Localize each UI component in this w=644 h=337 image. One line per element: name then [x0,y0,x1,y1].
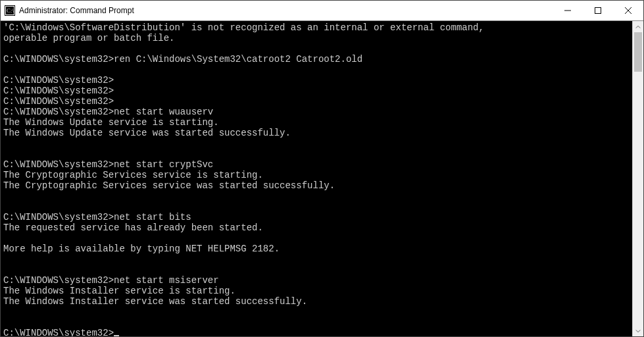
cursor [114,335,119,336]
svg-text:C:\: C:\ [7,7,14,14]
console-line [3,43,630,54]
console-line [3,254,630,265]
console-line: The Cryptographic Services service was s… [3,180,630,191]
window-title: Administrator: Command Prompt [19,6,134,15]
console-line: C:\WINDOWS\system32>ren C:\Windows\Syste… [3,54,630,65]
maximize-button[interactable] [583,1,613,20]
console-line: The Windows Update service is starting. [3,117,630,128]
console-line: The Windows Update service was started s… [3,128,630,138]
console-line: 'C:\Windows\SoftwareDistribution' is not… [3,22,630,33]
console-line: C:\WINDOWS\system32>net start cryptSvc [3,159,630,170]
console-line: The Cryptographic Services service is st… [3,170,630,180]
console-line: The Windows Installer service was starte… [3,296,630,307]
console-line: C:\WINDOWS\system32>net start bits [3,212,630,222]
scroll-down-button[interactable] [633,325,643,336]
console-line [3,138,630,149]
console-line: C:\WINDOWS\system32> [3,75,630,86]
console-line: C:\WINDOWS\system32>net start wuauserv [3,107,630,117]
command-prompt-window: C:\ Administrator: Command Prompt 'C:\Wi… [0,0,644,337]
console-output[interactable]: 'C:\Windows\SoftwareDistribution' is not… [1,21,632,336]
console-line: C:\WINDOWS\system32>net start msiserver [3,275,630,286]
scroll-up-button[interactable] [633,21,643,32]
console-line: More help is available by typing NET HEL… [3,244,630,254]
minimize-button[interactable] [553,1,583,20]
scroll-thumb[interactable] [634,32,642,72]
console-line: The requested service has already been s… [3,222,630,233]
client-area: 'C:\Windows\SoftwareDistribution' is not… [1,20,643,336]
console-line [3,149,630,159]
console-line: C:\WINDOWS\system32> [3,96,630,107]
console-line [3,307,630,317]
console-line: C:\WINDOWS\system32> [3,328,630,336]
titlebar[interactable]: C:\ Administrator: Command Prompt [1,1,643,20]
console-line: operable program or batch file. [3,33,630,43]
scroll-track[interactable] [633,32,643,325]
svg-rect-5 [595,8,601,14]
console-line [3,65,630,75]
console-line: C:\WINDOWS\system32> [3,86,630,96]
vertical-scrollbar[interactable] [632,21,643,336]
console-line [3,201,630,212]
cmd-app-icon: C:\ [5,5,15,16]
console-line: The Windows Installer service is startin… [3,286,630,296]
console-line [3,265,630,275]
close-button[interactable] [613,1,643,20]
console-line [3,233,630,244]
console-line [3,191,630,201]
console-line [3,317,630,328]
